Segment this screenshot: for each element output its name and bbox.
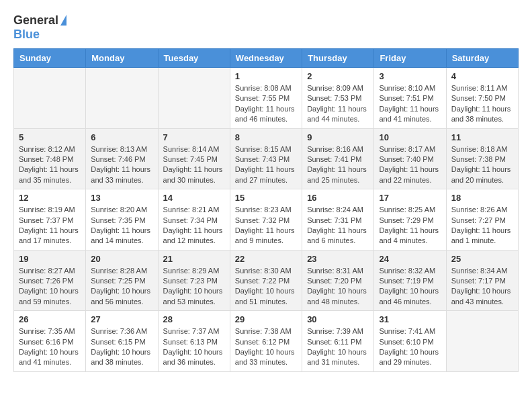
- calendar-cell: 15Sunrise: 8:23 AM Sunset: 7:32 PM Dayli…: [230, 189, 302, 250]
- calendar-cell: 9Sunrise: 8:16 AM Sunset: 7:41 PM Daylig…: [302, 128, 374, 189]
- calendar-cell: [86, 68, 158, 129]
- weekday-header-sunday: Sunday: [14, 49, 86, 68]
- day-info: Sunrise: 8:28 AM Sunset: 7:25 PM Dayligh…: [91, 266, 152, 308]
- day-info: Sunrise: 8:19 AM Sunset: 7:37 PM Dayligh…: [19, 205, 81, 246]
- day-info: Sunrise: 7:38 AM Sunset: 6:12 PM Dayligh…: [235, 326, 297, 368]
- day-number: 12: [19, 193, 81, 203]
- calendar-cell: 25Sunrise: 8:34 AM Sunset: 7:17 PM Dayli…: [446, 250, 518, 311]
- calendar-cell: 11Sunrise: 8:18 AM Sunset: 7:38 PM Dayli…: [446, 128, 518, 189]
- calendar-cell: 20Sunrise: 8:28 AM Sunset: 7:25 PM Dayli…: [86, 250, 158, 311]
- calendar-cell: 12Sunrise: 8:19 AM Sunset: 7:37 PM Dayli…: [14, 189, 86, 250]
- logo-general-text: General: [13, 13, 58, 28]
- calendar-week-5: 26Sunrise: 7:35 AM Sunset: 6:16 PM Dayli…: [14, 311, 519, 372]
- day-info: Sunrise: 8:30 AM Sunset: 7:22 PM Dayligh…: [235, 266, 297, 308]
- day-info: Sunrise: 8:14 AM Sunset: 7:45 PM Dayligh…: [163, 144, 225, 186]
- day-number: 24: [379, 254, 441, 264]
- calendar-cell: 5Sunrise: 8:12 AM Sunset: 7:48 PM Daylig…: [14, 128, 86, 189]
- day-info: Sunrise: 8:09 AM Sunset: 7:53 PM Dayligh…: [307, 83, 369, 125]
- day-info: Sunrise: 8:29 AM Sunset: 7:23 PM Dayligh…: [163, 266, 225, 308]
- day-number: 14: [163, 193, 225, 203]
- calendar-cell: 21Sunrise: 8:29 AM Sunset: 7:23 PM Dayli…: [158, 250, 230, 311]
- day-info: Sunrise: 8:23 AM Sunset: 7:32 PM Dayligh…: [235, 205, 297, 246]
- day-info: Sunrise: 8:17 AM Sunset: 7:40 PM Dayligh…: [379, 144, 441, 186]
- calendar-week-2: 5Sunrise: 8:12 AM Sunset: 7:48 PM Daylig…: [14, 128, 519, 189]
- calendar-cell: 28Sunrise: 7:37 AM Sunset: 6:13 PM Dayli…: [158, 311, 230, 372]
- calendar-cell: 7Sunrise: 8:14 AM Sunset: 7:45 PM Daylig…: [158, 128, 230, 189]
- calendar-cell: [14, 68, 86, 129]
- calendar-cell: 30Sunrise: 7:39 AM Sunset: 6:11 PM Dayli…: [302, 311, 374, 372]
- day-number: 4: [451, 71, 513, 81]
- calendar-cell: [446, 311, 518, 372]
- weekday-header-saturday: Saturday: [446, 49, 518, 68]
- day-number: 5: [19, 132, 81, 142]
- day-info: Sunrise: 8:11 AM Sunset: 7:50 PM Dayligh…: [451, 83, 513, 125]
- calendar-cell: 31Sunrise: 7:41 AM Sunset: 6:10 PM Dayli…: [374, 311, 446, 372]
- day-info: Sunrise: 8:18 AM Sunset: 7:38 PM Dayligh…: [451, 144, 513, 186]
- weekday-header-thursday: Thursday: [302, 49, 374, 68]
- day-number: 16: [307, 193, 369, 203]
- day-number: 30: [307, 314, 369, 324]
- day-number: 1: [235, 71, 297, 81]
- day-number: 18: [451, 193, 513, 203]
- day-number: 2: [307, 71, 369, 81]
- day-info: Sunrise: 8:25 AM Sunset: 7:29 PM Dayligh…: [379, 205, 441, 246]
- day-info: Sunrise: 8:24 AM Sunset: 7:31 PM Dayligh…: [307, 205, 369, 246]
- weekday-header-friday: Friday: [374, 49, 446, 68]
- day-info: Sunrise: 7:36 AM Sunset: 6:15 PM Dayligh…: [91, 326, 152, 368]
- day-number: 6: [91, 132, 152, 142]
- weekday-header-tuesday: Tuesday: [158, 49, 230, 68]
- day-info: Sunrise: 8:16 AM Sunset: 7:41 PM Dayligh…: [307, 144, 369, 186]
- day-info: Sunrise: 7:41 AM Sunset: 6:10 PM Dayligh…: [379, 326, 441, 368]
- day-info: Sunrise: 8:21 AM Sunset: 7:34 PM Dayligh…: [163, 205, 225, 246]
- day-number: 15: [235, 193, 297, 203]
- day-info: Sunrise: 7:37 AM Sunset: 6:13 PM Dayligh…: [163, 326, 225, 368]
- day-number: 9: [307, 132, 369, 142]
- calendar-cell: 24Sunrise: 8:32 AM Sunset: 7:19 PM Dayli…: [374, 250, 446, 311]
- day-number: 8: [235, 132, 297, 142]
- day-number: 19: [19, 254, 81, 264]
- day-info: Sunrise: 8:08 AM Sunset: 7:55 PM Dayligh…: [235, 83, 297, 125]
- day-info: Sunrise: 8:20 AM Sunset: 7:35 PM Dayligh…: [91, 205, 152, 246]
- day-number: 27: [91, 314, 152, 324]
- calendar-cell: 26Sunrise: 7:35 AM Sunset: 6:16 PM Dayli…: [14, 311, 86, 372]
- calendar-cell: 4Sunrise: 8:11 AM Sunset: 7:50 PM Daylig…: [446, 68, 518, 129]
- logo-blue-text: Blue: [13, 28, 40, 41]
- calendar-cell: 18Sunrise: 8:26 AM Sunset: 7:27 PM Dayli…: [446, 189, 518, 250]
- day-number: 26: [19, 314, 81, 324]
- day-number: 17: [379, 193, 441, 203]
- day-number: 10: [379, 132, 441, 142]
- day-number: 20: [91, 254, 152, 264]
- day-info: Sunrise: 8:27 AM Sunset: 7:26 PM Dayligh…: [19, 266, 81, 308]
- weekday-header-monday: Monday: [86, 49, 158, 68]
- day-number: 23: [307, 254, 369, 264]
- calendar-cell: 16Sunrise: 8:24 AM Sunset: 7:31 PM Dayli…: [302, 189, 374, 250]
- day-number: 7: [163, 132, 225, 142]
- weekday-header-row: SundayMondayTuesdayWednesdayThursdayFrid…: [14, 49, 519, 68]
- day-number: 29: [235, 314, 297, 324]
- calendar-cell: 23Sunrise: 8:31 AM Sunset: 7:20 PM Dayli…: [302, 250, 374, 311]
- day-number: 31: [379, 314, 441, 324]
- calendar-week-1: 1Sunrise: 8:08 AM Sunset: 7:55 PM Daylig…: [14, 68, 519, 129]
- calendar-cell: 29Sunrise: 7:38 AM Sunset: 6:12 PM Dayli…: [230, 311, 302, 372]
- day-info: Sunrise: 7:39 AM Sunset: 6:11 PM Dayligh…: [307, 326, 369, 368]
- day-number: 25: [451, 254, 513, 264]
- calendar-cell: 17Sunrise: 8:25 AM Sunset: 7:29 PM Dayli…: [374, 189, 446, 250]
- day-info: Sunrise: 8:13 AM Sunset: 7:46 PM Dayligh…: [91, 144, 152, 186]
- day-number: 11: [451, 132, 513, 142]
- day-info: Sunrise: 8:15 AM Sunset: 7:43 PM Dayligh…: [235, 144, 297, 186]
- day-info: Sunrise: 8:34 AM Sunset: 7:17 PM Dayligh…: [451, 266, 513, 308]
- calendar-cell: [158, 68, 230, 129]
- calendar-cell: 10Sunrise: 8:17 AM Sunset: 7:40 PM Dayli…: [374, 128, 446, 189]
- day-info: Sunrise: 8:10 AM Sunset: 7:51 PM Dayligh…: [379, 83, 441, 125]
- calendar-cell: 1Sunrise: 8:08 AM Sunset: 7:55 PM Daylig…: [230, 68, 302, 129]
- calendar-cell: 22Sunrise: 8:30 AM Sunset: 7:22 PM Dayli…: [230, 250, 302, 311]
- calendar-cell: 27Sunrise: 7:36 AM Sunset: 6:15 PM Dayli…: [86, 311, 158, 372]
- calendar-cell: 2Sunrise: 8:09 AM Sunset: 7:53 PM Daylig…: [302, 68, 374, 129]
- weekday-header-wednesday: Wednesday: [230, 49, 302, 68]
- logo-triangle-icon: [60, 15, 66, 26]
- calendar-cell: 19Sunrise: 8:27 AM Sunset: 7:26 PM Dayli…: [14, 250, 86, 311]
- calendar-cell: 13Sunrise: 8:20 AM Sunset: 7:35 PM Dayli…: [86, 189, 158, 250]
- day-number: 13: [91, 193, 152, 203]
- day-number: 22: [235, 254, 297, 264]
- day-number: 28: [163, 314, 225, 324]
